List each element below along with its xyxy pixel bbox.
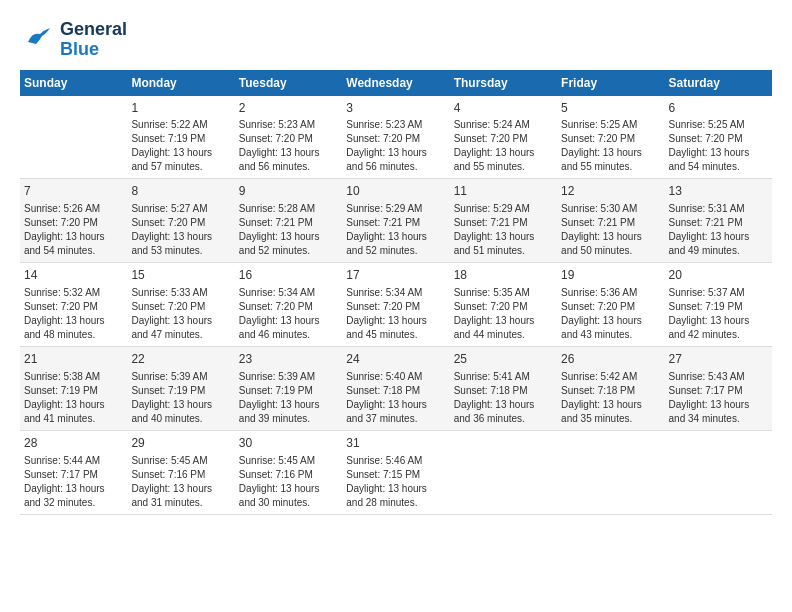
calendar-cell: 18Sunrise: 5:35 AM Sunset: 7:20 PM Dayli… <box>450 263 557 347</box>
day-number: 18 <box>454 267 553 284</box>
day-number: 29 <box>131 435 230 452</box>
day-number: 22 <box>131 351 230 368</box>
logo-icon <box>20 22 56 58</box>
calendar-cell <box>20 96 127 179</box>
day-info: Sunrise: 5:36 AM Sunset: 7:20 PM Dayligh… <box>561 286 660 342</box>
day-info: Sunrise: 5:23 AM Sunset: 7:20 PM Dayligh… <box>346 118 445 174</box>
day-info: Sunrise: 5:45 AM Sunset: 7:16 PM Dayligh… <box>239 454 338 510</box>
day-info: Sunrise: 5:26 AM Sunset: 7:20 PM Dayligh… <box>24 202 123 258</box>
calendar-cell: 4Sunrise: 5:24 AM Sunset: 7:20 PM Daylig… <box>450 96 557 179</box>
day-info: Sunrise: 5:43 AM Sunset: 7:17 PM Dayligh… <box>669 370 768 426</box>
day-number: 2 <box>239 100 338 117</box>
header-saturday: Saturday <box>665 70 772 96</box>
calendar-cell: 13Sunrise: 5:31 AM Sunset: 7:21 PM Dayli… <box>665 179 772 263</box>
calendar-cell: 12Sunrise: 5:30 AM Sunset: 7:21 PM Dayli… <box>557 179 664 263</box>
day-number: 28 <box>24 435 123 452</box>
header-monday: Monday <box>127 70 234 96</box>
calendar-cell: 16Sunrise: 5:34 AM Sunset: 7:20 PM Dayli… <box>235 263 342 347</box>
day-info: Sunrise: 5:25 AM Sunset: 7:20 PM Dayligh… <box>669 118 768 174</box>
calendar-cell: 3Sunrise: 5:23 AM Sunset: 7:20 PM Daylig… <box>342 96 449 179</box>
day-number: 30 <box>239 435 338 452</box>
day-number: 16 <box>239 267 338 284</box>
day-info: Sunrise: 5:31 AM Sunset: 7:21 PM Dayligh… <box>669 202 768 258</box>
calendar-cell: 17Sunrise: 5:34 AM Sunset: 7:20 PM Dayli… <box>342 263 449 347</box>
day-info: Sunrise: 5:30 AM Sunset: 7:21 PM Dayligh… <box>561 202 660 258</box>
day-info: Sunrise: 5:33 AM Sunset: 7:20 PM Dayligh… <box>131 286 230 342</box>
header-friday: Friday <box>557 70 664 96</box>
day-info: Sunrise: 5:45 AM Sunset: 7:16 PM Dayligh… <box>131 454 230 510</box>
day-number: 27 <box>669 351 768 368</box>
calendar-week-row: 21Sunrise: 5:38 AM Sunset: 7:19 PM Dayli… <box>20 346 772 430</box>
day-info: Sunrise: 5:46 AM Sunset: 7:15 PM Dayligh… <box>346 454 445 510</box>
calendar-cell: 5Sunrise: 5:25 AM Sunset: 7:20 PM Daylig… <box>557 96 664 179</box>
day-number: 8 <box>131 183 230 200</box>
logo: General Blue <box>20 20 127 60</box>
day-number: 9 <box>239 183 338 200</box>
calendar-cell: 26Sunrise: 5:42 AM Sunset: 7:18 PM Dayli… <box>557 346 664 430</box>
calendar-cell: 10Sunrise: 5:29 AM Sunset: 7:21 PM Dayli… <box>342 179 449 263</box>
day-info: Sunrise: 5:38 AM Sunset: 7:19 PM Dayligh… <box>24 370 123 426</box>
day-info: Sunrise: 5:34 AM Sunset: 7:20 PM Dayligh… <box>346 286 445 342</box>
day-info: Sunrise: 5:27 AM Sunset: 7:20 PM Dayligh… <box>131 202 230 258</box>
day-number: 7 <box>24 183 123 200</box>
day-number: 6 <box>669 100 768 117</box>
day-number: 10 <box>346 183 445 200</box>
calendar-cell: 1Sunrise: 5:22 AM Sunset: 7:19 PM Daylig… <box>127 96 234 179</box>
calendar-cell: 2Sunrise: 5:23 AM Sunset: 7:20 PM Daylig… <box>235 96 342 179</box>
day-number: 15 <box>131 267 230 284</box>
day-info: Sunrise: 5:40 AM Sunset: 7:18 PM Dayligh… <box>346 370 445 426</box>
day-info: Sunrise: 5:23 AM Sunset: 7:20 PM Dayligh… <box>239 118 338 174</box>
calendar-cell <box>557 430 664 514</box>
calendar-cell: 24Sunrise: 5:40 AM Sunset: 7:18 PM Dayli… <box>342 346 449 430</box>
calendar-cell: 30Sunrise: 5:45 AM Sunset: 7:16 PM Dayli… <box>235 430 342 514</box>
calendar-cell: 7Sunrise: 5:26 AM Sunset: 7:20 PM Daylig… <box>20 179 127 263</box>
calendar-cell: 20Sunrise: 5:37 AM Sunset: 7:19 PM Dayli… <box>665 263 772 347</box>
calendar-cell: 8Sunrise: 5:27 AM Sunset: 7:20 PM Daylig… <box>127 179 234 263</box>
day-number: 24 <box>346 351 445 368</box>
day-number: 13 <box>669 183 768 200</box>
day-number: 14 <box>24 267 123 284</box>
day-info: Sunrise: 5:41 AM Sunset: 7:18 PM Dayligh… <box>454 370 553 426</box>
calendar-cell: 27Sunrise: 5:43 AM Sunset: 7:17 PM Dayli… <box>665 346 772 430</box>
calendar-week-row: 14Sunrise: 5:32 AM Sunset: 7:20 PM Dayli… <box>20 263 772 347</box>
calendar-cell: 31Sunrise: 5:46 AM Sunset: 7:15 PM Dayli… <box>342 430 449 514</box>
header-tuesday: Tuesday <box>235 70 342 96</box>
day-number: 26 <box>561 351 660 368</box>
day-number: 20 <box>669 267 768 284</box>
calendar-cell: 22Sunrise: 5:39 AM Sunset: 7:19 PM Dayli… <box>127 346 234 430</box>
calendar-cell: 9Sunrise: 5:28 AM Sunset: 7:21 PM Daylig… <box>235 179 342 263</box>
day-info: Sunrise: 5:35 AM Sunset: 7:20 PM Dayligh… <box>454 286 553 342</box>
day-number: 3 <box>346 100 445 117</box>
day-info: Sunrise: 5:25 AM Sunset: 7:20 PM Dayligh… <box>561 118 660 174</box>
day-number: 21 <box>24 351 123 368</box>
calendar-cell: 11Sunrise: 5:29 AM Sunset: 7:21 PM Dayli… <box>450 179 557 263</box>
day-info: Sunrise: 5:34 AM Sunset: 7:20 PM Dayligh… <box>239 286 338 342</box>
day-info: Sunrise: 5:42 AM Sunset: 7:18 PM Dayligh… <box>561 370 660 426</box>
calendar-cell: 15Sunrise: 5:33 AM Sunset: 7:20 PM Dayli… <box>127 263 234 347</box>
page-header: General Blue <box>20 20 772 60</box>
day-number: 12 <box>561 183 660 200</box>
header-wednesday: Wednesday <box>342 70 449 96</box>
day-number: 11 <box>454 183 553 200</box>
calendar-table: SundayMondayTuesdayWednesdayThursdayFrid… <box>20 70 772 515</box>
calendar-week-row: 1Sunrise: 5:22 AM Sunset: 7:19 PM Daylig… <box>20 96 772 179</box>
day-number: 23 <box>239 351 338 368</box>
day-info: Sunrise: 5:39 AM Sunset: 7:19 PM Dayligh… <box>131 370 230 426</box>
calendar-cell: 28Sunrise: 5:44 AM Sunset: 7:17 PM Dayli… <box>20 430 127 514</box>
day-number: 4 <box>454 100 553 117</box>
day-number: 1 <box>131 100 230 117</box>
day-number: 17 <box>346 267 445 284</box>
day-info: Sunrise: 5:37 AM Sunset: 7:19 PM Dayligh… <box>669 286 768 342</box>
calendar-cell: 21Sunrise: 5:38 AM Sunset: 7:19 PM Dayli… <box>20 346 127 430</box>
day-info: Sunrise: 5:28 AM Sunset: 7:21 PM Dayligh… <box>239 202 338 258</box>
header-sunday: Sunday <box>20 70 127 96</box>
calendar-week-row: 7Sunrise: 5:26 AM Sunset: 7:20 PM Daylig… <box>20 179 772 263</box>
calendar-cell <box>665 430 772 514</box>
logo-text: General Blue <box>60 20 127 60</box>
day-number: 5 <box>561 100 660 117</box>
calendar-cell <box>450 430 557 514</box>
day-info: Sunrise: 5:24 AM Sunset: 7:20 PM Dayligh… <box>454 118 553 174</box>
calendar-cell: 6Sunrise: 5:25 AM Sunset: 7:20 PM Daylig… <box>665 96 772 179</box>
calendar-cell: 14Sunrise: 5:32 AM Sunset: 7:20 PM Dayli… <box>20 263 127 347</box>
day-number: 31 <box>346 435 445 452</box>
